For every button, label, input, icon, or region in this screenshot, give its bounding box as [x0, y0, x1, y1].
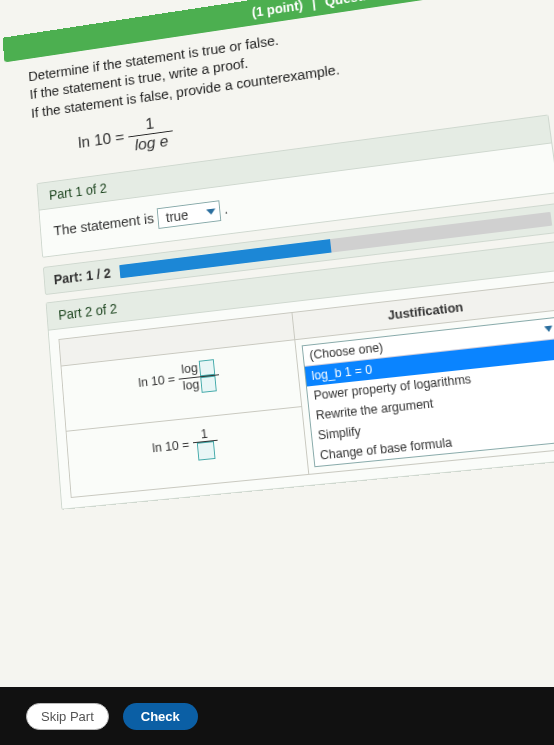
chevron-down-icon	[544, 325, 553, 332]
progress-label: Part: 1 / 2	[53, 265, 111, 287]
row1-fraction: log log	[177, 358, 221, 395]
input-blank[interactable]	[199, 359, 215, 376]
skip-part-button[interactable]: Skip Part	[26, 703, 109, 730]
separator: |	[306, 0, 322, 12]
truefalse-select[interactable]: true	[157, 200, 222, 229]
row2-lhs: ln 10 =	[152, 436, 190, 455]
statement-label: The statement is	[53, 210, 154, 239]
check-button[interactable]: Check	[123, 703, 198, 730]
input-blank[interactable]	[196, 441, 215, 460]
row1-lhs: ln 10 =	[138, 371, 176, 390]
truefalse-value: true	[165, 207, 189, 225]
row2-fraction: 1	[191, 426, 219, 461]
row1-num-log: log	[181, 360, 199, 376]
trailing-period: .	[223, 200, 228, 216]
equation-lhs: ln 10 =	[77, 128, 125, 152]
equation-fraction: 1 log e	[127, 112, 175, 156]
points-label: (1 point)	[251, 0, 303, 20]
row1-den-log: log	[182, 377, 200, 393]
input-blank[interactable]	[200, 375, 217, 392]
justification-dropdown[interactable]: (Choose one) log_b 1 = 0 Power property …	[302, 317, 554, 467]
footer-bar: Skip Part Check	[0, 687, 554, 745]
chevron-down-icon	[206, 208, 216, 215]
